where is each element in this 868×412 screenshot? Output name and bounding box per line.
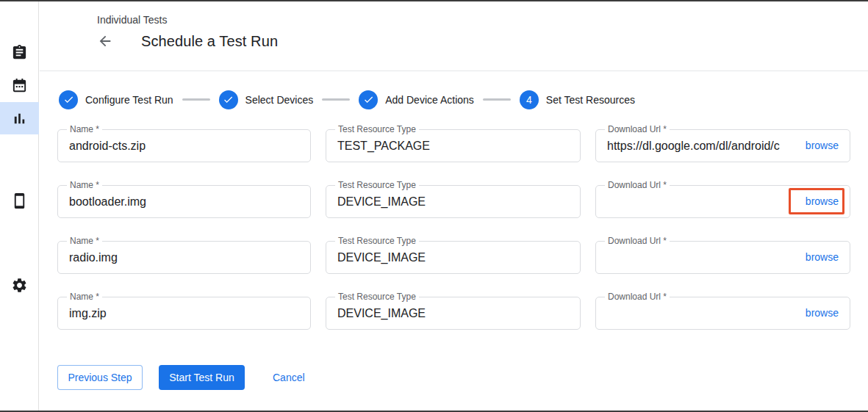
step-number-badge: 4	[520, 90, 539, 109]
gear-icon	[11, 277, 28, 294]
resource-type-value: DEVICE_IMAGE	[337, 186, 426, 217]
step-label: Add Device Actions	[385, 94, 474, 106]
step-connector	[322, 98, 350, 101]
step-label: Set Test Resources	[546, 94, 635, 106]
download-url-value: https://dl.google.com/dl/android/c	[607, 130, 785, 162]
step-connector	[182, 98, 210, 101]
name-field[interactable]: Name * img.zip	[57, 297, 311, 330]
page-header: Individual Tests Schedule a Test Run	[40, 0, 868, 71]
download-url-field[interactable]: Download Url * browse	[595, 297, 850, 330]
step-configure-test-run[interactable]: Configure Test Run	[59, 90, 173, 109]
resource-type-field[interactable]: Test Resource Type DEVICE_IMAGE	[326, 185, 581, 218]
window-top-border	[0, 0, 868, 1]
step-complete-check-icon	[359, 90, 378, 109]
arrow-back-icon	[97, 33, 113, 49]
download-url-field[interactable]: Download Url * browse	[595, 185, 850, 218]
browse-link[interactable]: browse	[806, 242, 839, 273]
download-url-field[interactable]: Download Url * browse	[595, 241, 850, 274]
bar-chart-icon	[11, 110, 28, 127]
sidebar	[0, 0, 39, 412]
stepper: Configure Test Run Select Devices Add De…	[59, 90, 635, 109]
smartphone-icon	[11, 192, 28, 209]
assignment-icon	[11, 44, 28, 61]
test-resource-row: Name * radio.img Test Resource Type DEVI…	[57, 241, 850, 274]
step-add-device-actions[interactable]: Add Device Actions	[359, 90, 474, 109]
browse-link[interactable]: browse	[806, 130, 839, 162]
sidebar-item-settings[interactable]	[0, 269, 39, 301]
test-resource-row: Name * bootloader.img Test Resource Type…	[57, 185, 850, 218]
step-label: Select Devices	[245, 94, 314, 106]
step-complete-check-icon	[219, 90, 238, 109]
step-set-test-resources[interactable]: 4 Set Test Resources	[520, 90, 635, 109]
name-field[interactable]: Name * bootloader.img	[57, 185, 311, 218]
back-button[interactable]	[97, 33, 115, 51]
start-test-run-button[interactable]: Start Test Run	[159, 365, 245, 390]
page-title: Schedule a Test Run	[141, 33, 278, 50]
step-select-devices[interactable]: Select Devices	[219, 90, 314, 109]
previous-step-button[interactable]: Previous Step	[57, 365, 143, 390]
resource-type-field[interactable]: Test Resource Type TEST_PACKAGE	[326, 129, 581, 162]
browse-link[interactable]: browse	[806, 186, 839, 217]
resource-type-value: DEVICE_IMAGE	[337, 297, 426, 329]
step-connector	[483, 98, 511, 101]
resource-type-value: TEST_PACKAGE	[337, 130, 430, 162]
name-field-value: bootloader.img	[69, 186, 146, 217]
sidebar-item-devices[interactable]	[0, 184, 39, 217]
sidebar-item-tests[interactable]	[0, 36, 39, 68]
download-url-label: Download Url *	[605, 236, 670, 246]
name-field[interactable]: Name * radio.img	[57, 241, 311, 274]
download-url-label: Download Url *	[605, 292, 670, 302]
resource-type-field[interactable]: Test Resource Type DEVICE_IMAGE	[326, 241, 581, 274]
step-label: Configure Test Run	[85, 94, 173, 106]
sidebar-item-test-runs[interactable]	[0, 102, 39, 134]
name-field[interactable]: Name * android-cts.zip	[57, 129, 311, 162]
test-resource-row: Name * img.zip Test Resource Type DEVICE…	[57, 297, 850, 330]
browse-link[interactable]: browse	[806, 297, 839, 329]
resource-type-value: DEVICE_IMAGE	[337, 242, 426, 273]
test-resource-row: Name * android-cts.zip Test Resource Typ…	[57, 129, 850, 162]
action-bar: Previous Step Start Test Run Cancel	[57, 365, 306, 390]
sidebar-item-test-plans[interactable]	[0, 69, 39, 101]
calendar-icon	[11, 77, 28, 94]
download-url-label: Download Url *	[605, 180, 670, 190]
name-field-value: radio.img	[69, 242, 118, 273]
download-url-field[interactable]: Download Url * https://dl.google.com/dl/…	[595, 129, 850, 162]
cancel-button[interactable]: Cancel	[271, 365, 306, 390]
name-field-value: android-cts.zip	[69, 130, 146, 162]
name-field-value: img.zip	[69, 297, 107, 329]
resource-type-field[interactable]: Test Resource Type DEVICE_IMAGE	[326, 297, 581, 330]
test-resources-form: Name * android-cts.zip Test Resource Typ…	[57, 129, 850, 353]
breadcrumb: Individual Tests	[97, 14, 167, 26]
step-complete-check-icon	[59, 90, 78, 109]
